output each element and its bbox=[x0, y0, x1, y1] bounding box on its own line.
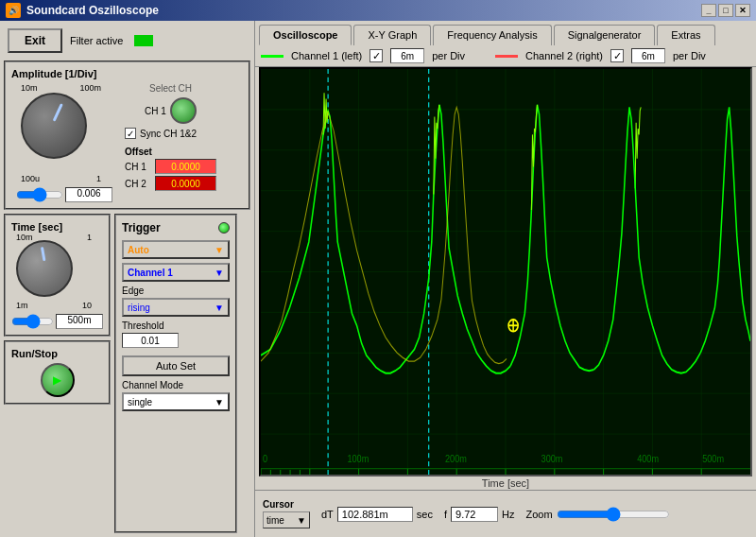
dt-value: 102.881m bbox=[337, 507, 413, 522]
offset-label: Offset bbox=[125, 147, 216, 157]
run-stop-label: Run/Stop bbox=[11, 348, 103, 359]
channel-mode-label: Channel Mode bbox=[122, 380, 230, 390]
f-unit: Hz bbox=[502, 509, 514, 520]
amp-label-1: 1 bbox=[96, 174, 101, 183]
osc-grid-svg: 0 100m 200m 300m 400m 500m bbox=[261, 69, 750, 475]
tabs-row: Oscilloscope X-Y Graph Frequency Analysi… bbox=[255, 21, 756, 45]
svg-text:100m: 100m bbox=[347, 453, 369, 464]
sync-checkbox[interactable]: ✓ bbox=[125, 128, 136, 139]
channel-mode-dropdown[interactable]: single ▼ bbox=[122, 392, 230, 411]
time-axis-label: Time [sec] bbox=[255, 476, 756, 490]
amplitude-section: Amplitude [1/Div] 10m 100m 100u 1 bbox=[4, 61, 250, 210]
ch2-checkbox[interactable]: ✓ bbox=[610, 49, 624, 62]
time-label-10: 10 bbox=[82, 301, 92, 310]
close-button[interactable]: ✕ bbox=[735, 4, 750, 17]
offset-area: Offset CH 1 0.0000 CH 2 0.0000 bbox=[125, 147, 216, 193]
cursor-label: Cursor bbox=[263, 499, 310, 510]
filter-label: Filter active bbox=[70, 35, 123, 46]
bottom-bar: Cursor time ▼ dT 102.881m sec f 9.72 Hz … bbox=[255, 490, 756, 537]
minimize-button[interactable]: _ bbox=[701, 4, 716, 17]
maximize-button[interactable]: □ bbox=[718, 4, 733, 17]
oscilloscope-display: 0 100m 200m 300m 400m 500m bbox=[259, 67, 752, 476]
amp-label-10m: 10m bbox=[21, 83, 38, 93]
title-bar: 🔊 Soundcard Oszilloscope _ □ ✕ bbox=[0, 0, 756, 21]
edge-label: Edge bbox=[122, 286, 230, 296]
zoom-section: Zoom bbox=[525, 507, 669, 522]
f-section: f 9.72 Hz bbox=[444, 507, 515, 522]
dt-label: dT bbox=[321, 509, 334, 520]
time-title: Time [sec] bbox=[11, 221, 103, 233]
ch1-perdiv-value[interactable]: 6m bbox=[390, 48, 424, 63]
channel-row: Channel 1 (left) ✓ 6m per Div Channel 2 … bbox=[255, 45, 756, 67]
dt-section: dT 102.881m sec bbox=[321, 507, 433, 522]
ch2-perdiv-label: per Div bbox=[673, 50, 706, 61]
ch1-checkbox[interactable]: ✓ bbox=[369, 49, 383, 62]
ch1-label: CH 1 bbox=[145, 106, 166, 116]
ch1-indicator[interactable] bbox=[170, 97, 197, 124]
app-icon: 🔊 bbox=[6, 3, 21, 18]
dt-unit: sec bbox=[417, 509, 433, 520]
right-panel: Oscilloscope X-Y Graph Frequency Analysi… bbox=[255, 21, 756, 537]
amplitude-knob[interactable] bbox=[21, 93, 87, 159]
trigger-title: Trigger bbox=[122, 221, 161, 234]
time-label-1m: 1m bbox=[16, 301, 28, 310]
svg-text:400m: 400m bbox=[637, 453, 659, 464]
time-slider[interactable] bbox=[11, 314, 54, 329]
tab-xy-graph[interactable]: X-Y Graph bbox=[353, 25, 431, 45]
tab-oscilloscope[interactable]: Oscilloscope bbox=[259, 25, 352, 45]
time-value: 500m bbox=[56, 314, 103, 329]
ch1-color-line bbox=[261, 55, 284, 58]
left-panel: Exit Filter active Amplitude [1/Div] 10m… bbox=[0, 21, 255, 537]
threshold-value[interactable]: 0.01 bbox=[122, 333, 179, 348]
trigger-section: Trigger Auto ▼ Channel 1 ▼ Edge bbox=[114, 214, 237, 533]
window-controls: _ □ ✕ bbox=[701, 4, 750, 17]
time-section: Time [sec] 10m 1 1m 10 500m bbox=[4, 214, 111, 337]
ch1-perdiv-label: per Div bbox=[432, 50, 465, 61]
time-label-10m: 10m bbox=[16, 233, 33, 242]
app-title: Soundcard Oszilloscope bbox=[26, 4, 159, 17]
sync-row: ✓ Sync CH 1&2 bbox=[125, 128, 216, 139]
amp-label-100m: 100m bbox=[79, 83, 101, 93]
ch2-perdiv-value[interactable]: 6m bbox=[631, 48, 665, 63]
amplitude-value: 0.006 bbox=[65, 187, 112, 202]
offset-ch1-label: CH 1 bbox=[125, 162, 151, 172]
zoom-label: Zoom bbox=[525, 509, 552, 520]
f-value: 9.72 bbox=[451, 507, 498, 522]
threshold-label: Threshold bbox=[122, 320, 230, 331]
tab-signalgenerator[interactable]: Signalgenerator bbox=[554, 25, 656, 45]
cursor-section: Cursor time ▼ bbox=[263, 499, 310, 528]
top-row: Exit Filter active bbox=[4, 25, 250, 57]
tab-extras[interactable]: Extras bbox=[657, 25, 714, 45]
sync-label: Sync CH 1&2 bbox=[140, 129, 197, 139]
filter-indicator bbox=[134, 35, 153, 46]
time-label-1: 1 bbox=[87, 233, 92, 242]
run-stop-button[interactable]: ▶ bbox=[41, 363, 75, 397]
amplitude-slider[interactable] bbox=[16, 187, 63, 202]
trigger-led bbox=[218, 222, 230, 234]
offset-ch1-value[interactable]: 0.0000 bbox=[155, 159, 216, 174]
exit-button[interactable]: Exit bbox=[8, 28, 62, 53]
cursor-type-dropdown[interactable]: time ▼ bbox=[263, 511, 310, 528]
run-stop-section: Run/Stop ▶ bbox=[4, 340, 111, 405]
select-ch-label: Select CH bbox=[149, 83, 192, 94]
ch2-channel-label: Channel 2 (right) bbox=[525, 50, 603, 61]
offset-ch2-label: CH 2 bbox=[125, 179, 151, 189]
svg-text:500m: 500m bbox=[702, 453, 724, 464]
svg-text:300m: 300m bbox=[541, 453, 563, 464]
auto-set-button[interactable]: Auto Set bbox=[122, 355, 230, 376]
offset-ch2-value[interactable]: 0.0000 bbox=[155, 176, 216, 191]
amplitude-title: Amplitude [1/Div] bbox=[11, 68, 243, 79]
ch1-channel-label: Channel 1 (left) bbox=[291, 50, 362, 61]
tab-frequency-analysis[interactable]: Frequency Analysis bbox=[433, 25, 551, 45]
trigger-channel-dropdown[interactable]: Channel 1 ▼ bbox=[122, 263, 230, 282]
zoom-slider[interactable] bbox=[557, 507, 670, 522]
time-knob[interactable] bbox=[16, 240, 73, 297]
svg-text:200m: 200m bbox=[445, 453, 467, 464]
f-label: f bbox=[444, 509, 447, 520]
trigger-auto-dropdown[interactable]: Auto ▼ bbox=[122, 240, 230, 259]
svg-text:0: 0 bbox=[263, 453, 267, 464]
amp-label-100u: 100u bbox=[21, 174, 40, 183]
trigger-edge-dropdown[interactable]: rising ▼ bbox=[122, 298, 230, 317]
ch2-color-line bbox=[495, 55, 518, 58]
